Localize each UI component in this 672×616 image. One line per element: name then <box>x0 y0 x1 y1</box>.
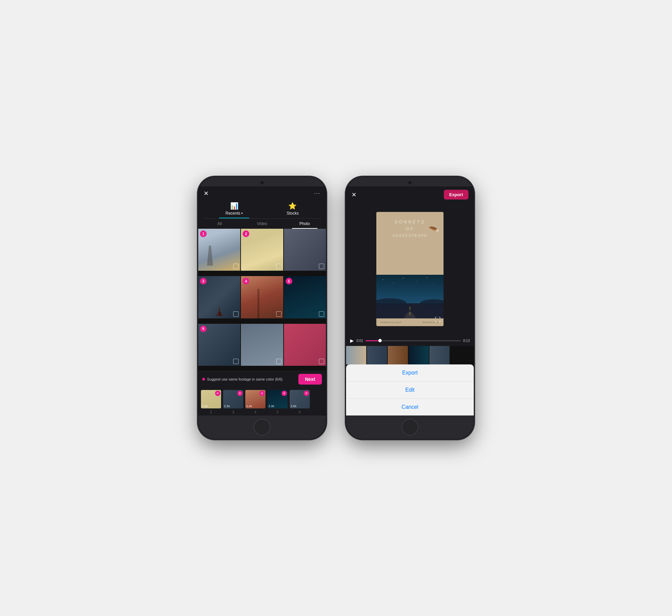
film-num-2: 2 <box>201 410 221 414</box>
grid-item-4[interactable]: 3 <box>198 276 240 318</box>
filmstrip: ✕ 2.3s ✕ 2.3s ✕ 1.4s ✕ 2.3s ✕ 2.0s <box>198 388 326 410</box>
action-export[interactable]: Export <box>346 364 474 382</box>
film-duration-4: 2.3s <box>268 404 274 408</box>
home-button-1[interactable] <box>254 419 270 436</box>
expand-icon-5[interactable] <box>276 311 282 317</box>
film-remove-1[interactable]: ✕ <box>215 391 220 396</box>
svg-point-5 <box>426 277 427 278</box>
filter-video[interactable]: Video <box>241 219 284 229</box>
editor-filmstrip <box>346 346 474 364</box>
phone-top-bar-2 <box>346 177 474 186</box>
canvas-text-area: SONNETS OF SHAKESPEARE 🪶 <box>376 212 444 275</box>
grid-item-1[interactable]: 1 <box>198 229 240 271</box>
tab-underline <box>219 218 249 218</box>
expand-icon-7[interactable] <box>233 359 239 364</box>
canvas-photo <box>376 275 444 318</box>
expand-icon-1[interactable] <box>233 264 239 269</box>
film-segment-5[interactable] <box>429 346 450 364</box>
grid-item-5[interactable]: 4 <box>241 276 283 318</box>
phone-screen-2: ✕ Export SONNETS OF SHAKESPEARE 🪶 <box>346 186 474 415</box>
grid-item-2[interactable]: 2 <box>241 229 283 271</box>
grid-item-6[interactable]: 5 <box>284 276 326 318</box>
expand-icon-8[interactable] <box>276 359 282 364</box>
top-nav: ✕ ··· <box>204 190 321 197</box>
next-button[interactable]: Next <box>298 374 322 385</box>
grid-badge-5: 5 <box>286 278 292 284</box>
expand-icon-4[interactable] <box>233 311 239 317</box>
phone-2: ✕ Export SONNETS OF SHAKESPEARE 🪶 <box>346 177 474 439</box>
filter-photo[interactable]: Photo <box>283 219 326 229</box>
film-item-2[interactable]: ✕ 2.3s <box>223 390 243 408</box>
grid-item-7[interactable]: 6 <box>198 324 240 366</box>
svg-point-2 <box>393 283 393 283</box>
camera-dot-1 <box>260 181 264 184</box>
action-cancel[interactable]: Cancel <box>346 399 474 415</box>
play-button[interactable]: ▶ <box>350 338 354 343</box>
timeline-bar[interactable] <box>366 340 460 341</box>
grid-item-9[interactable] <box>284 324 326 366</box>
grid-item-8[interactable] <box>241 324 283 366</box>
phone-bottom-bar-2 <box>346 415 474 439</box>
grid-item-3[interactable] <box>284 229 326 271</box>
tab-recents[interactable]: 📊 Recents ▾ <box>215 200 253 218</box>
expand-icon-9[interactable] <box>319 359 324 364</box>
film-segment-2[interactable] <box>367 346 387 364</box>
tab-stocks[interactable]: ⭐ Stocks <box>277 200 309 218</box>
film-remove-3[interactable]: ✕ <box>259 391 265 396</box>
film-num-6: 6 <box>290 410 310 414</box>
stocks-label: Stocks <box>287 211 299 216</box>
expand-icon-2[interactable] <box>276 264 282 269</box>
stocks-icon: ⭐ <box>288 202 297 210</box>
source-tabs: 📊 Recents ▾ ⭐ Stocks <box>204 200 321 219</box>
action-sheet: Export Edit Cancel <box>346 364 474 415</box>
expand-icon-3[interactable] <box>319 264 324 269</box>
photo-grid: 1 2 3 4 <box>198 229 326 370</box>
action-edit[interactable]: Edit <box>346 382 474 399</box>
editor-header: ✕ Export <box>346 186 474 203</box>
film-num-row: 2 3 4 5 6 <box>198 410 326 415</box>
editor-canvas: SONNETS OF SHAKESPEARE 🪶 <box>346 203 474 335</box>
canvas-footer: Dedicated to myself Beautiful wishes <box>376 318 444 326</box>
film-num-4: 4 <box>245 410 265 414</box>
recents-label: Recents ▾ <box>225 211 243 216</box>
media-selector-header: ✕ ··· 📊 Recents ▾ ⭐ Stocks <box>198 186 326 219</box>
home-button-2[interactable] <box>402 419 418 436</box>
export-button-top[interactable]: Export <box>444 190 468 200</box>
film-item-3[interactable]: ✕ 1.4s <box>245 390 265 408</box>
film-duration-5: 2.0s <box>291 404 296 408</box>
svg-point-4 <box>416 281 417 282</box>
suggestion-bar: Suggest use same footage in same color (… <box>198 370 326 388</box>
svg-point-3 <box>403 278 404 278</box>
recents-icon: 📊 <box>230 202 239 210</box>
svg-point-6 <box>433 284 434 285</box>
close-icon[interactable]: ✕ <box>204 190 209 197</box>
filter-all[interactable]: All <box>198 219 241 229</box>
filter-row: All Video Photo <box>198 219 326 229</box>
phone-bottom-bar-1 <box>198 415 326 439</box>
footer-left: Dedicated to myself <box>380 321 401 323</box>
film-duration-3: 1.4s <box>246 404 252 408</box>
film-item-4[interactable]: ✕ 2.3s <box>267 390 288 408</box>
film-duration-1: 2.3s <box>202 404 208 408</box>
expand-icon-6[interactable] <box>319 311 324 317</box>
film-segment-3[interactable] <box>388 346 408 364</box>
phone-screen-1: ✕ ··· 📊 Recents ▾ ⭐ Stocks <box>198 186 326 415</box>
film-remove-4[interactable]: ✕ <box>282 391 287 396</box>
film-item-1[interactable]: ✕ 2.3s <box>201 390 221 408</box>
film-remove-5[interactable]: ✕ <box>304 391 309 396</box>
editor-close-icon[interactable]: ✕ <box>351 191 356 199</box>
suggestion-text: Suggest use same footage in same color (… <box>202 377 283 381</box>
phone-top-bar-1 <box>198 177 326 186</box>
editor-timeline: ▶ 0:01 0:13 <box>346 335 474 346</box>
film-segment-4[interactable] <box>409 346 429 364</box>
more-icon[interactable]: ··· <box>314 190 321 196</box>
timeline-progress <box>366 340 380 341</box>
film-remove-2[interactable]: ✕ <box>237 391 243 396</box>
grid-badge-1: 1 <box>200 230 207 237</box>
fullscreen-icon[interactable]: ⛶ <box>435 316 441 323</box>
film-item-5[interactable]: ✕ 2.0s <box>290 390 310 408</box>
film-duration-2: 2.3s <box>224 404 230 408</box>
camera-dot-2 <box>408 181 412 184</box>
timeline-thumb[interactable] <box>378 339 382 342</box>
film-segment-1[interactable] <box>346 346 366 364</box>
